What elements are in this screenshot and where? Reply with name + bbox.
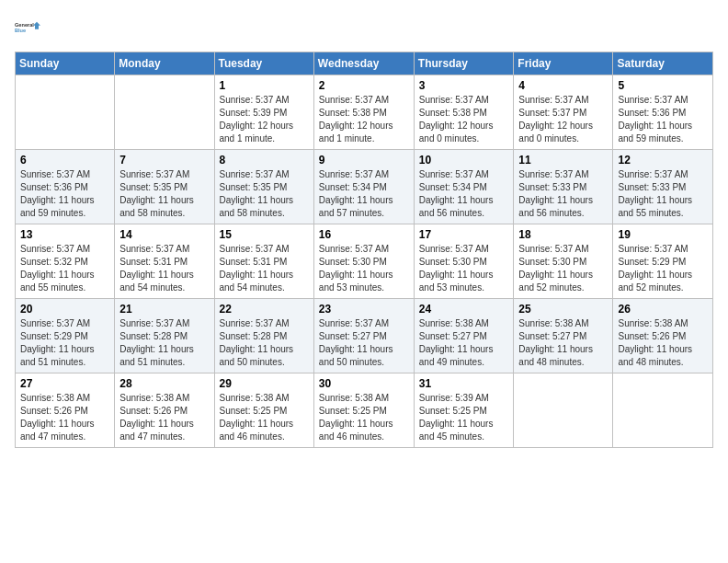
calendar-week-row: 1Sunrise: 5:37 AMSunset: 5:39 PMDaylight… [16, 75, 713, 150]
day-info: Sunrise: 5:38 AMSunset: 5:27 PMDaylight:… [419, 317, 509, 369]
svg-marker-2 [33, 22, 40, 29]
day-info: Sunrise: 5:37 AMSunset: 5:39 PMDaylight:… [220, 94, 309, 145]
calendar-cell: 24Sunrise: 5:38 AMSunset: 5:27 PMDayligh… [414, 299, 514, 373]
weekday-header: Thursday [414, 52, 514, 75]
calendar-cell: 20Sunrise: 5:37 AMSunset: 5:29 PMDayligh… [16, 299, 115, 373]
day-number: 15 [220, 228, 309, 241]
calendar-week-row: 13Sunrise: 5:37 AMSunset: 5:32 PMDayligh… [16, 224, 713, 299]
calendar-cell: 6Sunrise: 5:37 AMSunset: 5:36 PMDaylight… [16, 150, 115, 224]
day-info: Sunrise: 5:37 AMSunset: 5:28 PMDaylight:… [220, 317, 309, 369]
calendar-week-row: 6Sunrise: 5:37 AMSunset: 5:36 PMDaylight… [16, 150, 713, 224]
day-number: 7 [119, 154, 209, 167]
day-info: Sunrise: 5:37 AMSunset: 5:28 PMDaylight:… [119, 317, 209, 369]
day-number: 23 [319, 303, 409, 316]
weekday-header: Saturday [613, 52, 713, 75]
day-info: Sunrise: 5:37 AMSunset: 5:34 PMDaylight:… [419, 168, 509, 220]
svg-text:General: General [15, 22, 34, 28]
weekday-header: Tuesday [214, 52, 313, 75]
day-info: Sunrise: 5:37 AMSunset: 5:32 PMDaylight:… [20, 243, 109, 294]
calendar-cell: 12Sunrise: 5:37 AMSunset: 5:33 PMDayligh… [613, 150, 713, 224]
day-info: Sunrise: 5:39 AMSunset: 5:25 PMDaylight:… [419, 392, 509, 443]
day-number: 9 [319, 154, 409, 167]
calendar-cell: 30Sunrise: 5:38 AMSunset: 5:25 PMDayligh… [313, 373, 414, 448]
day-number: 27 [20, 377, 109, 390]
day-number: 22 [220, 303, 309, 316]
calendar-cell: 5Sunrise: 5:37 AMSunset: 5:36 PMDaylight… [613, 75, 713, 150]
calendar-cell: 1Sunrise: 5:37 AMSunset: 5:39 PMDaylight… [214, 75, 313, 150]
calendar-cell: 27Sunrise: 5:38 AMSunset: 5:26 PMDayligh… [16, 373, 115, 448]
day-info: Sunrise: 5:37 AMSunset: 5:37 PMDaylight:… [518, 94, 608, 145]
day-number: 25 [518, 303, 608, 316]
calendar-cell: 3Sunrise: 5:37 AMSunset: 5:38 PMDaylight… [414, 75, 514, 150]
calendar-cell [16, 75, 115, 150]
day-number: 19 [618, 228, 708, 241]
day-info: Sunrise: 5:37 AMSunset: 5:35 PMDaylight:… [119, 168, 209, 220]
page-header: GeneralBlue [15, 15, 713, 40]
calendar-cell: 18Sunrise: 5:37 AMSunset: 5:30 PMDayligh… [514, 224, 613, 299]
day-number: 2 [319, 79, 409, 92]
logo-icon: GeneralBlue [15, 15, 40, 40]
day-info: Sunrise: 5:38 AMSunset: 5:25 PMDaylight:… [319, 392, 409, 443]
day-number: 24 [419, 303, 509, 316]
day-number: 20 [20, 303, 109, 316]
calendar-cell: 17Sunrise: 5:37 AMSunset: 5:30 PMDayligh… [414, 224, 514, 299]
day-number: 30 [319, 377, 409, 390]
day-number: 21 [119, 303, 209, 316]
calendar-week-row: 20Sunrise: 5:37 AMSunset: 5:29 PMDayligh… [16, 299, 713, 373]
day-info: Sunrise: 5:37 AMSunset: 5:30 PMDaylight:… [419, 243, 509, 294]
day-number: 12 [618, 154, 708, 167]
day-number: 13 [20, 228, 109, 241]
calendar-cell [514, 373, 613, 448]
day-info: Sunrise: 5:37 AMSunset: 5:33 PMDaylight:… [618, 168, 708, 220]
day-number: 3 [419, 79, 509, 92]
day-number: 31 [419, 377, 509, 390]
calendar-cell: 9Sunrise: 5:37 AMSunset: 5:34 PMDaylight… [313, 150, 414, 224]
calendar-cell: 26Sunrise: 5:38 AMSunset: 5:26 PMDayligh… [613, 299, 713, 373]
calendar-cell: 16Sunrise: 5:37 AMSunset: 5:30 PMDayligh… [313, 224, 414, 299]
day-number: 1 [220, 79, 309, 92]
calendar-cell [115, 75, 214, 150]
calendar-cell: 15Sunrise: 5:37 AMSunset: 5:31 PMDayligh… [214, 224, 313, 299]
day-info: Sunrise: 5:38 AMSunset: 5:27 PMDaylight:… [518, 317, 608, 369]
weekday-header: Friday [514, 52, 613, 75]
day-number: 11 [518, 154, 608, 167]
day-info: Sunrise: 5:37 AMSunset: 5:27 PMDaylight:… [319, 317, 409, 369]
calendar-table: SundayMondayTuesdayWednesdayThursdayFrid… [15, 52, 713, 448]
day-info: Sunrise: 5:37 AMSunset: 5:30 PMDaylight:… [319, 243, 409, 294]
day-number: 14 [119, 228, 209, 241]
day-info: Sunrise: 5:37 AMSunset: 5:29 PMDaylight:… [618, 243, 708, 294]
calendar-cell: 8Sunrise: 5:37 AMSunset: 5:35 PMDaylight… [214, 150, 313, 224]
weekday-header: Sunday [16, 52, 115, 75]
calendar-cell [613, 373, 713, 448]
calendar-cell: 29Sunrise: 5:38 AMSunset: 5:25 PMDayligh… [214, 373, 313, 448]
day-info: Sunrise: 5:38 AMSunset: 5:26 PMDaylight:… [20, 392, 109, 443]
calendar-cell: 28Sunrise: 5:38 AMSunset: 5:26 PMDayligh… [115, 373, 214, 448]
calendar-week-row: 27Sunrise: 5:38 AMSunset: 5:26 PMDayligh… [16, 373, 713, 448]
day-number: 4 [518, 79, 608, 92]
day-number: 18 [518, 228, 608, 241]
logo: GeneralBlue [15, 15, 40, 40]
day-info: Sunrise: 5:37 AMSunset: 5:35 PMDaylight:… [220, 168, 309, 220]
calendar-cell: 13Sunrise: 5:37 AMSunset: 5:32 PMDayligh… [16, 224, 115, 299]
day-info: Sunrise: 5:37 AMSunset: 5:31 PMDaylight:… [220, 243, 309, 294]
day-info: Sunrise: 5:37 AMSunset: 5:36 PMDaylight:… [20, 168, 109, 220]
day-info: Sunrise: 5:37 AMSunset: 5:29 PMDaylight:… [20, 317, 109, 369]
calendar-cell: 2Sunrise: 5:37 AMSunset: 5:38 PMDaylight… [313, 75, 414, 150]
calendar-cell: 4Sunrise: 5:37 AMSunset: 5:37 PMDaylight… [514, 75, 613, 150]
weekday-header: Wednesday [313, 52, 414, 75]
day-number: 29 [220, 377, 309, 390]
day-number: 16 [319, 228, 409, 241]
calendar-cell: 25Sunrise: 5:38 AMSunset: 5:27 PMDayligh… [514, 299, 613, 373]
day-info: Sunrise: 5:37 AMSunset: 5:31 PMDaylight:… [119, 243, 209, 294]
day-number: 10 [419, 154, 509, 167]
weekday-header: Monday [115, 52, 214, 75]
calendar-cell: 23Sunrise: 5:37 AMSunset: 5:27 PMDayligh… [313, 299, 414, 373]
calendar-cell: 22Sunrise: 5:37 AMSunset: 5:28 PMDayligh… [214, 299, 313, 373]
day-number: 5 [618, 79, 708, 92]
day-info: Sunrise: 5:38 AMSunset: 5:26 PMDaylight:… [618, 317, 708, 369]
calendar-cell: 21Sunrise: 5:37 AMSunset: 5:28 PMDayligh… [115, 299, 214, 373]
day-info: Sunrise: 5:37 AMSunset: 5:36 PMDaylight:… [618, 94, 708, 145]
day-info: Sunrise: 5:37 AMSunset: 5:38 PMDaylight:… [419, 94, 509, 145]
day-number: 8 [220, 154, 309, 167]
day-number: 17 [419, 228, 509, 241]
